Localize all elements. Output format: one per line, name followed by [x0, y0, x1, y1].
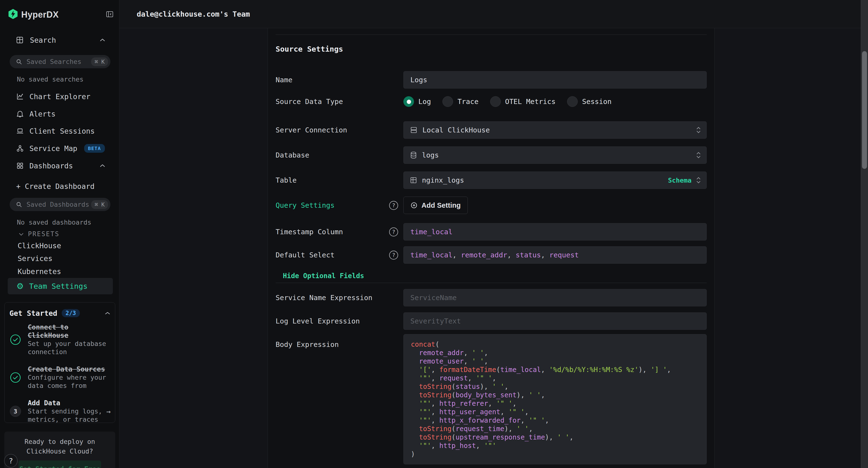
code-line: '"', http_user_agent, '" ', — [411, 408, 707, 416]
log-level-input[interactable]: SeverityText — [403, 313, 707, 330]
server-connection-value: Local ClickHouse — [423, 126, 490, 134]
sidebar-item-chart-explorer[interactable]: Chart Explorer — [0, 90, 119, 103]
help-button[interactable]: ? — [4, 454, 18, 468]
default-select-input[interactable]: time_local, remote_addr, status, request — [403, 246, 707, 264]
name-label: Name — [276, 76, 403, 84]
get-started-free-button[interactable]: Get Started for Free — [19, 461, 101, 468]
radio-otel-metrics[interactable]: OTEL Metrics — [490, 96, 556, 107]
timestamp-column-row: Timestamp Column ? time_local — [276, 223, 707, 240]
get-started-header[interactable]: Get Started 2/3 — [9, 308, 110, 318]
clickhouse-cloud-card: Ready to deploy on ClickHouse Cloud? Get… — [4, 432, 115, 468]
service-map-icon — [16, 145, 24, 152]
code-token: '"' — [419, 442, 431, 450]
step-number: 3 — [10, 406, 21, 417]
bell-icon — [16, 110, 24, 118]
table-select[interactable]: nginx_logs Schema — [403, 172, 707, 189]
code-token: , — [464, 357, 472, 365]
service-name-input[interactable]: ServiceName — [403, 289, 707, 306]
sidebar-item-team-settings[interactable]: ⚙ Team Settings — [8, 278, 113, 294]
server-connection-select[interactable]: Local ClickHouse — [403, 121, 707, 139]
help-circle-icon[interactable]: ? — [389, 228, 398, 236]
code-token: ( — [496, 366, 500, 374]
saved-dashboards-placeholder: Saved Dashboards — [27, 201, 89, 208]
server-icon — [410, 126, 417, 134]
saved-dashboards-input[interactable]: Saved Dashboards ⌘ K — [10, 198, 111, 211]
code-token: ' ' — [529, 391, 541, 399]
task-create-data-sources[interactable]: Create Data Sources Configure where your… — [9, 365, 111, 390]
service-name-placeholder: ServiceName — [410, 294, 457, 302]
preset-kubernetes[interactable]: Kubernetes — [18, 267, 61, 276]
code-line: '"', http_referer, '" ', — [411, 399, 707, 408]
log-level-row: Log Level Expression SeverityText — [276, 313, 707, 330]
default-select-row: Default Select ? time_local, remote_addr… — [276, 246, 707, 264]
preset-clickhouse[interactable]: ClickHouse — [18, 241, 61, 250]
add-setting-button[interactable]: Add Setting — [403, 197, 468, 214]
main-content: Source Settings Name Logs Source Data Ty… — [120, 28, 868, 468]
name-value: Logs — [410, 76, 427, 84]
chevron-up-icon[interactable] — [100, 38, 105, 42]
code-token: , — [545, 416, 549, 425]
code-token: , — [525, 408, 529, 416]
database-value: logs — [422, 151, 439, 159]
code-token: upstream_response_time — [456, 433, 545, 441]
preset-services[interactable]: Services — [18, 254, 53, 263]
radio-circle-icon — [403, 96, 414, 107]
sidebar-item-label: Chart Explorer — [29, 92, 90, 101]
help-circle-icon[interactable]: ? — [389, 251, 398, 260]
service-name-label: Service Name Expression — [276, 294, 403, 302]
sidebar-item-alerts[interactable]: Alerts — [0, 108, 119, 120]
presets-label: PRESETS — [28, 230, 60, 238]
code-token — [411, 349, 419, 357]
code-line: toString(body_bytes_sent), ' ', — [411, 391, 707, 399]
code-token: , — [667, 366, 671, 374]
radio-session[interactable]: Session — [567, 96, 612, 107]
radio-label: OTEL Metrics — [505, 97, 556, 106]
get-started-tasks: Connect to ClickHouse Set up your databa… — [9, 323, 111, 433]
saved-searches-kbd: ⌘ K — [91, 57, 108, 66]
radio-label: Log — [418, 97, 431, 106]
sidebar: HyperDX Search Saved Searches ⌘ K No sav… — [0, 0, 119, 468]
presets-toggle[interactable]: PRESETS — [19, 230, 60, 238]
code-token: '[' — [419, 366, 431, 374]
page-scrollbar[interactable] — [861, 0, 868, 468]
code-token: , — [529, 425, 533, 433]
task-desc: Set up your database connection — [28, 340, 107, 356]
schema-link[interactable]: Schema — [668, 177, 691, 184]
radio-trace[interactable]: Trace — [442, 96, 478, 107]
help-circle-icon[interactable]: ? — [389, 201, 398, 210]
code-token: concat — [411, 341, 435, 348]
plus-circle-icon — [410, 202, 417, 209]
code-token — [411, 442, 419, 450]
task-add-data[interactable]: 3 Add Data Start sending logs, metrics, … — [9, 399, 111, 423]
code-line: remote_user, ' ', — [411, 357, 707, 365]
radio-log[interactable]: Log — [403, 96, 431, 107]
body-expression-editor[interactable]: concat( remote_addr, ' ', remote_user, '… — [403, 334, 707, 464]
code-token: , — [504, 383, 508, 390]
sidebar-item-service-map[interactable]: Service Map BETA — [0, 142, 119, 154]
search-icon — [16, 201, 22, 208]
get-started-progress-badge: 2/3 — [62, 309, 80, 317]
task-connect-clickhouse[interactable]: Connect to ClickHouse Set up your databa… — [9, 323, 111, 356]
dashboards-grid-icon — [16, 162, 24, 169]
database-select[interactable]: logs — [403, 146, 707, 164]
code-token: '"' — [419, 408, 431, 416]
arrow-right-icon[interactable]: → — [106, 399, 111, 423]
hide-optional-fields-link[interactable]: Hide Optional Fields — [283, 272, 364, 280]
sidebar-collapse-icon[interactable] — [105, 10, 114, 18]
chevron-up-icon[interactable] — [105, 312, 110, 315]
scrollbar-thumb[interactable] — [862, 51, 867, 169]
name-input[interactable]: Logs — [403, 71, 707, 89]
timestamp-column-input[interactable]: time_local — [403, 223, 707, 240]
code-token — [411, 408, 419, 416]
sidebar-item-dashboards[interactable]: Dashboards — [0, 160, 119, 172]
sidebar-section-search[interactable]: Search — [0, 34, 119, 46]
team-title: dale@clickhouse.com's Team — [137, 10, 250, 18]
create-dashboard-button[interactable]: + Create Dashboard — [16, 182, 94, 191]
sidebar-item-client-sessions[interactable]: Client Sessions — [0, 125, 119, 137]
chevron-up-icon[interactable] — [100, 164, 105, 168]
saved-searches-input[interactable]: Saved Searches ⌘ K — [10, 55, 111, 68]
table-icon — [410, 177, 417, 184]
task-body: Add Data Start sending logs, metrics, or… — [28, 399, 106, 423]
service-name-row: Service Name Expression ServiceName — [276, 289, 707, 306]
settings-panel: Source Settings Name Logs Source Data Ty… — [268, 28, 715, 468]
